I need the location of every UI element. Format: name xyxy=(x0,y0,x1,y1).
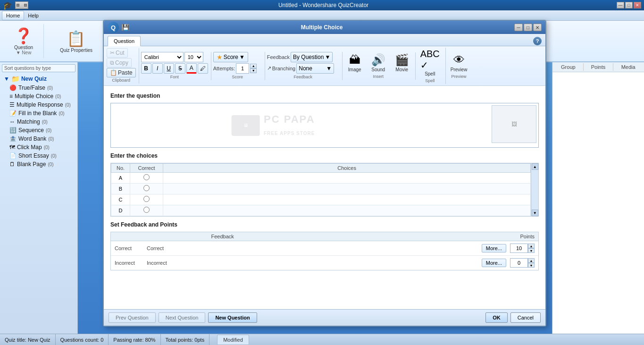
status-questions: Questions count: 0 xyxy=(56,334,109,345)
help-button[interactable]: ? xyxy=(533,37,542,45)
clipboard-group: ✂ Cut ⧉ Copy 📋 Paste Clipboard xyxy=(107,48,139,84)
correct-points-spinner[interactable]: ▲ ▼ xyxy=(528,244,535,253)
choice-radio-b[interactable] xyxy=(130,184,163,194)
question-text-input[interactable] xyxy=(111,103,490,147)
paste-icon: 📋 xyxy=(110,69,117,76)
incorrect-text: Incorrect xyxy=(147,260,478,266)
correct-points-input[interactable] xyxy=(510,244,528,253)
dialog-title: Multiple Choice xyxy=(129,24,514,31)
choices-wrapper: No. Correct Choices A B xyxy=(110,163,539,217)
attempts-down[interactable]: ▼ xyxy=(250,68,257,73)
choices-section-title: Enter the choices xyxy=(110,152,539,159)
feedback-incorrect-row: Incorrect Incorrect More... ▲ ▼ xyxy=(111,256,538,270)
incorrect-points-down[interactable]: ▼ xyxy=(528,263,535,268)
font-family-select[interactable]: Calibri xyxy=(141,52,184,62)
tab-question[interactable]: Question xyxy=(108,36,141,46)
correct-points-down[interactable]: ▼ xyxy=(528,248,535,253)
incorrect-points-input[interactable] xyxy=(510,258,528,268)
cut-icon: ✂ xyxy=(110,50,115,56)
font-label: Font xyxy=(141,75,208,79)
spell-group: ABC✓ Spell Spell xyxy=(418,48,446,84)
scroll-track[interactable] xyxy=(532,170,538,210)
font-color-button[interactable]: A xyxy=(186,63,197,74)
choice-radio-d[interactable] xyxy=(130,205,163,216)
preview-group: 👁 Preview Preview xyxy=(448,52,473,80)
radio-d[interactable] xyxy=(143,207,150,213)
attempts-input[interactable] xyxy=(236,63,249,74)
new-question-button[interactable]: New Question xyxy=(208,312,257,323)
status-quiz-title: Quiz title: New Quiz xyxy=(0,334,56,345)
highlight-button[interactable]: 🖊 xyxy=(198,63,208,74)
dialog-close-button[interactable]: ✕ xyxy=(533,24,542,31)
attempts-spinner[interactable]: ▲ ▼ xyxy=(250,64,257,73)
dialog-restore-button[interactable]: □ xyxy=(524,24,532,31)
question-input-area[interactable]: 🖥 PC PAPAFREE APPS STORE 🖼 xyxy=(110,103,539,148)
feedback-header: Feedback Points xyxy=(111,232,538,241)
status-passing: Passing rate: 80% xyxy=(109,334,160,345)
choices-scrollbar[interactable]: ▲ ▼ xyxy=(531,163,538,216)
scroll-up[interactable]: ▲ xyxy=(532,163,538,170)
choice-no-d: D xyxy=(111,205,130,216)
score-button[interactable]: ★ Score ▼ xyxy=(213,52,248,62)
underline-button[interactable]: U xyxy=(164,63,174,74)
save-icon[interactable]: 💾 xyxy=(122,24,129,31)
insert-group: 🏔 Image 🔊 Sound 🎬 Movie Insert xyxy=(344,52,416,80)
incorrect-points-up[interactable]: ▲ xyxy=(528,258,535,263)
next-question-button[interactable]: Next Question xyxy=(159,312,206,323)
attempts-up[interactable]: ▲ xyxy=(250,64,257,68)
ok-button[interactable]: OK xyxy=(485,312,508,323)
media-placeholder[interactable]: 🖼 xyxy=(492,105,536,143)
bold-button[interactable]: B xyxy=(141,63,151,74)
dialog-controls[interactable]: ─ □ ✕ xyxy=(514,24,542,31)
feedback-col-points: Points xyxy=(482,232,538,241)
incorrect-points-group: ▲ ▼ xyxy=(510,258,535,268)
choice-no-a: A xyxy=(111,173,130,184)
choice-text-d[interactable] xyxy=(163,205,531,216)
choice-text-c[interactable] xyxy=(163,194,531,205)
radio-a[interactable] xyxy=(143,174,150,180)
sound-button[interactable]: 🔊 Sound xyxy=(368,52,389,73)
correct-points-up[interactable]: ▲ xyxy=(528,244,535,248)
copy-button[interactable]: ⧉ Copy xyxy=(107,58,132,67)
score-label: Score xyxy=(213,75,262,79)
incorrect-points-spinner[interactable]: ▲ ▼ xyxy=(528,258,535,268)
clipboard-label: Clipboard xyxy=(107,78,136,83)
attempts-label: Attempts: xyxy=(213,66,235,71)
sound-icon: 🔊 xyxy=(371,53,385,67)
italic-button[interactable]: I xyxy=(152,63,163,74)
preview-icon: 👁 xyxy=(453,53,465,67)
correct-more-button[interactable]: More... xyxy=(482,244,506,252)
dialog-overlay: Q 💾 Multiple Choice ─ □ ✕ Question ? ✂ xyxy=(0,0,644,345)
prev-question-button[interactable]: Prev Question xyxy=(109,312,156,323)
incorrect-label: Incorrect xyxy=(115,260,143,266)
branching-dropdown[interactable]: None ▼ xyxy=(296,63,334,74)
dialog-logo: Q xyxy=(108,22,119,33)
preview-button[interactable]: 👁 Preview xyxy=(448,52,470,73)
dialog-minimize-button[interactable]: ─ xyxy=(514,24,523,31)
dialog-tabs: Question ? xyxy=(104,34,545,46)
strikethrough-button[interactable]: S̶ xyxy=(175,63,185,74)
table-row: D xyxy=(111,205,531,216)
incorrect-more-button[interactable]: More... xyxy=(482,259,506,267)
copy-icon: ⧉ xyxy=(110,59,114,66)
spell-button[interactable]: ABC✓ Spell xyxy=(418,48,443,77)
font-size-select[interactable]: 10 xyxy=(184,52,203,62)
cut-button[interactable]: ✂ Cut xyxy=(107,48,128,58)
choice-text-b[interactable] xyxy=(163,184,531,194)
correct-points-group: ▲ ▼ xyxy=(510,244,535,253)
movie-button[interactable]: 🎬 Movie xyxy=(392,52,412,73)
branching-icon: ↗ xyxy=(267,65,271,71)
choice-radio-a[interactable] xyxy=(130,173,163,184)
scroll-down[interactable]: ▼ xyxy=(532,210,538,216)
feedback-dropdown[interactable]: By Question ▼ xyxy=(291,52,333,62)
dialog-toolbar: ✂ Cut ⧉ Copy 📋 Paste Clipboard xyxy=(104,46,545,86)
radio-b[interactable] xyxy=(143,185,150,191)
cancel-button[interactable]: Cancel xyxy=(510,312,541,323)
star-icon: ★ xyxy=(217,53,223,61)
status-bar: Quiz title: New Quiz Questions count: 0 … xyxy=(0,334,644,345)
choice-text-a[interactable] xyxy=(163,173,531,184)
radio-c[interactable] xyxy=(143,196,150,202)
paste-button[interactable]: 📋 Paste xyxy=(107,68,136,77)
image-button[interactable]: 🏔 Image xyxy=(344,52,365,73)
choice-radio-c[interactable] xyxy=(130,194,163,205)
